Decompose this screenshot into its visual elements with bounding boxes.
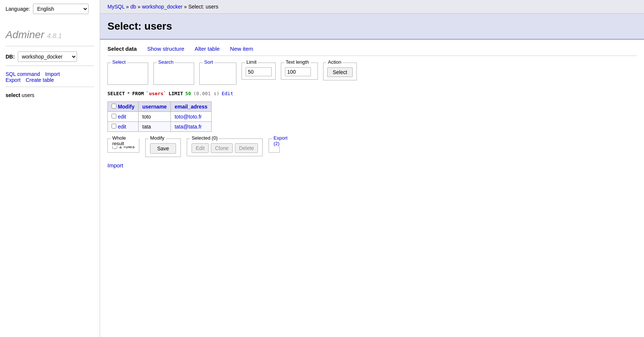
email-sort-link[interactable]: email_adress: [175, 104, 208, 110]
tab-select-data[interactable]: Select data: [107, 46, 137, 52]
language-row: Language: EnglishFrenchGermanSpanish: [6, 4, 94, 18]
clone-selected-button[interactable]: Clone: [211, 143, 233, 153]
breadcrumb-mysql[interactable]: MySQL: [107, 4, 125, 10]
search-legend[interactable]: Search: [157, 59, 175, 65]
adminer-name: Adminer: [6, 29, 44, 40]
limit-fieldset: Limit: [242, 63, 276, 80]
bottom-controls: Whole result 2 rows Modify Save Selected…: [107, 139, 637, 157]
data-table: Modify username email_adress: [107, 101, 212, 132]
create-table-link[interactable]: Create table: [26, 77, 54, 83]
tab-new-item[interactable]: New item: [230, 46, 253, 52]
sidebar: Language: EnglishFrenchGermanSpanish Adm…: [0, 0, 100, 337]
col-header-email: email_adress: [171, 102, 212, 112]
row2-email-link[interactable]: tata@tata.fr: [175, 124, 202, 130]
search-fieldset: Search: [153, 63, 194, 85]
tabs-row: Select data Show structure Alter table N…: [107, 46, 637, 56]
tab-alter-table[interactable]: Alter table: [195, 46, 220, 52]
content-area: Select data Show structure Alter table N…: [100, 40, 644, 174]
sql-query: SELECT * FROM `users` LIMIT 50 (0.001 s)…: [107, 91, 637, 96]
edit-selected-button[interactable]: Edit: [192, 143, 209, 153]
select-action-button[interactable]: Select: [327, 67, 353, 77]
export-link-sidebar[interactable]: Export: [6, 77, 20, 83]
modify-content: Save: [150, 143, 176, 154]
row1-modify-cell: edit: [108, 112, 139, 122]
breadcrumb: MySQL » db » workshop_docker » Select: u…: [100, 0, 644, 14]
sql-limit-kw: LIMIT: [169, 91, 183, 96]
textlen-input[interactable]: [285, 67, 311, 76]
whole-result-legend: Whole result: [111, 135, 139, 146]
table-row: edit toto toto@toto.fr: [108, 112, 212, 122]
db-row: DB: workshop_docker: [6, 51, 94, 66]
sql-limit-val: 50: [185, 91, 191, 96]
main-content: MySQL » db » workshop_docker » Select: u…: [100, 0, 644, 337]
row2-edit-link[interactable]: edit: [118, 124, 126, 130]
breadcrumb-sep1: »: [126, 4, 129, 10]
sql-command-link[interactable]: SQL command: [6, 71, 40, 77]
modify-fieldset: Modify Save: [145, 139, 181, 157]
col-header-username: username: [139, 102, 171, 112]
import-bottom-link[interactable]: Import: [107, 162, 123, 168]
db-label: DB:: [6, 54, 15, 60]
sql-select-kw: SELECT: [107, 91, 125, 96]
modify-legend: Modify: [149, 135, 166, 141]
row2-modify-cell: edit: [108, 122, 139, 132]
breadcrumb-sep3: »: [184, 4, 187, 10]
selected-legend: Selected (0): [190, 135, 219, 141]
row1-checkbox[interactable]: [112, 114, 116, 119]
whole-result-fieldset: Whole result 2 rows: [107, 139, 139, 153]
row1-username: toto: [139, 112, 171, 122]
breadcrumb-current: Select: users: [188, 4, 218, 10]
page-title: Select: users: [107, 20, 637, 32]
select-legend[interactable]: Select: [111, 59, 127, 65]
sidebar-current: select users: [6, 92, 94, 98]
breadcrumb-dbname[interactable]: workshop_docker: [142, 4, 183, 10]
page-header: Select: users: [100, 14, 644, 40]
sql-edit-link[interactable]: Edit: [222, 91, 233, 96]
table-row: edit tata tata@tata.fr: [108, 122, 212, 132]
delete-selected-button[interactable]: Delete: [235, 143, 258, 153]
selected-content: Edit Clone Delete: [192, 143, 258, 153]
export-fieldset: Export (2): [269, 139, 280, 153]
breadcrumb-sep2: »: [137, 4, 140, 10]
row1-email-link[interactable]: toto@toto.fr: [175, 114, 202, 120]
table-header-row: Modify username email_adress: [108, 102, 212, 112]
textlen-fieldset: Text length: [281, 63, 318, 80]
import-link-container: Import: [107, 162, 637, 168]
language-select[interactable]: EnglishFrenchGermanSpanish: [33, 4, 89, 14]
current-action: select: [6, 92, 20, 98]
controls-row: Select Search Sort Limit Text length: [107, 63, 637, 85]
limit-input[interactable]: [246, 67, 272, 76]
row2-username: tata: [139, 122, 171, 132]
db-select[interactable]: workshop_docker: [18, 51, 77, 62]
sql-meta: (0.001 s): [193, 91, 219, 96]
import-link-sidebar[interactable]: Import: [45, 71, 60, 77]
row1-email: toto@toto.fr: [171, 112, 212, 122]
row2-checkbox[interactable]: [112, 124, 116, 129]
row2-email: tata@tata.fr: [171, 122, 212, 132]
breadcrumb-db[interactable]: db: [130, 4, 136, 10]
language-label: Language:: [6, 6, 30, 12]
sort-legend[interactable]: Sort: [203, 59, 215, 65]
sidebar-nav: SQL command Import Export Create table: [6, 71, 94, 87]
sort-fieldset: Sort: [199, 63, 236, 85]
save-button[interactable]: Save: [150, 143, 176, 154]
row1-edit-link[interactable]: edit: [118, 114, 126, 120]
username-sort-link[interactable]: username: [142, 104, 167, 110]
modify-header-link[interactable]: Modify: [118, 104, 135, 110]
sql-from-kw: FROM: [132, 91, 144, 96]
sql-table-name: `users`: [146, 91, 166, 96]
adminer-version: 4.8.1: [47, 32, 62, 40]
current-table: users: [22, 92, 34, 98]
selected-fieldset: Selected (0) Edit Clone Delete: [187, 139, 263, 156]
action-fieldset: Action Select: [323, 63, 357, 80]
action-legend: Action: [326, 59, 343, 65]
select-all-checkbox[interactable]: [112, 104, 116, 109]
select-fieldset: Select: [107, 63, 148, 85]
limit-legend: Limit: [245, 59, 258, 65]
adminer-logo: Adminer 4.8.1: [6, 24, 94, 46]
textlen-legend: Text length: [284, 59, 311, 65]
sql-star: *: [127, 91, 130, 96]
tab-show-structure[interactable]: Show structure: [147, 46, 184, 52]
col-header-modify: Modify: [108, 102, 139, 112]
export-legend[interactable]: Export (2): [272, 135, 289, 146]
